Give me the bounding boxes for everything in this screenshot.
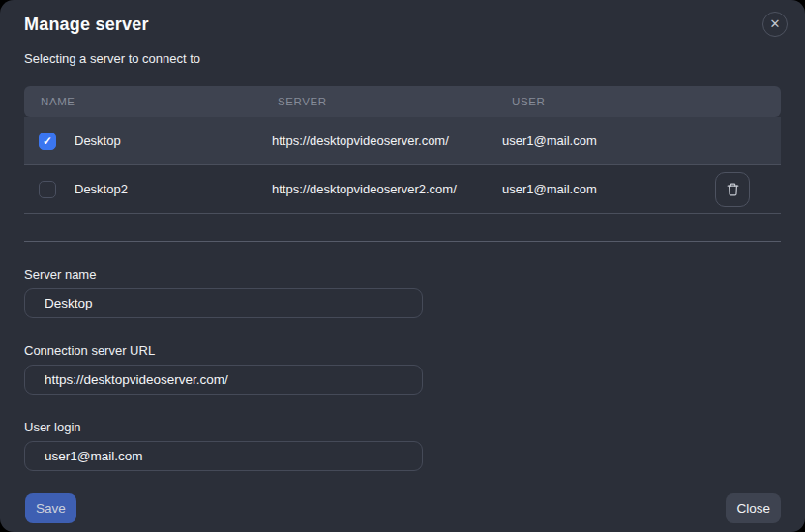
connection-url-input[interactable] bbox=[24, 365, 423, 395]
row-server-url: https://desktopvideoserver2.com/ bbox=[272, 182, 502, 196]
row-server-name: Desktop bbox=[75, 133, 272, 148]
table-header: NAME SERVER USER bbox=[24, 86, 781, 117]
column-header-user: USER bbox=[512, 96, 781, 107]
checkbox-unchecked[interactable] bbox=[39, 181, 56, 198]
server-name-label: Server name bbox=[24, 267, 781, 281]
check-icon: ✓ bbox=[43, 134, 52, 146]
trash-icon bbox=[726, 182, 740, 197]
delete-server-button[interactable] bbox=[715, 172, 750, 207]
row-server-name: Desktop2 bbox=[75, 182, 272, 196]
row-server-url: https://desktopvideoserver.com/ bbox=[272, 133, 502, 148]
user-login-label: User login bbox=[24, 420, 781, 434]
table-row[interactable]: Desktop2 https://desktopvideoserver2.com… bbox=[24, 165, 781, 214]
column-header-server: SERVER bbox=[278, 96, 512, 107]
table-row[interactable]: ✓ Desktop https://desktopvideoserver.com… bbox=[24, 117, 781, 165]
dialog-title: Manage server bbox=[24, 15, 781, 35]
row-server-user: user1@mail.com bbox=[502, 182, 715, 196]
user-login-field-group: User login bbox=[24, 420, 781, 471]
checkbox-checked[interactable]: ✓ bbox=[39, 133, 56, 150]
close-bottom-button[interactable]: Close bbox=[726, 493, 781, 523]
connection-url-field-group: Connection server URL bbox=[24, 343, 781, 395]
manage-server-dialog: Manage server ✕ Selecting a server to co… bbox=[0, 0, 805, 532]
save-button[interactable]: Save bbox=[25, 493, 76, 523]
close-icon: ✕ bbox=[770, 13, 781, 36]
divider bbox=[24, 241, 781, 242]
column-header-name: NAME bbox=[41, 96, 278, 107]
user-login-input[interactable] bbox=[24, 441, 423, 471]
dialog-subtitle: Selecting a server to connect to bbox=[24, 51, 781, 66]
row-server-user: user1@mail.com bbox=[502, 133, 715, 148]
server-name-field-group: Server name bbox=[24, 267, 781, 318]
close-button[interactable]: ✕ bbox=[762, 12, 788, 37]
connection-url-label: Connection server URL bbox=[24, 343, 781, 358]
server-table: NAME SERVER USER ✓ Desktop https://deskt… bbox=[24, 86, 781, 214]
server-name-input[interactable] bbox=[24, 288, 423, 318]
